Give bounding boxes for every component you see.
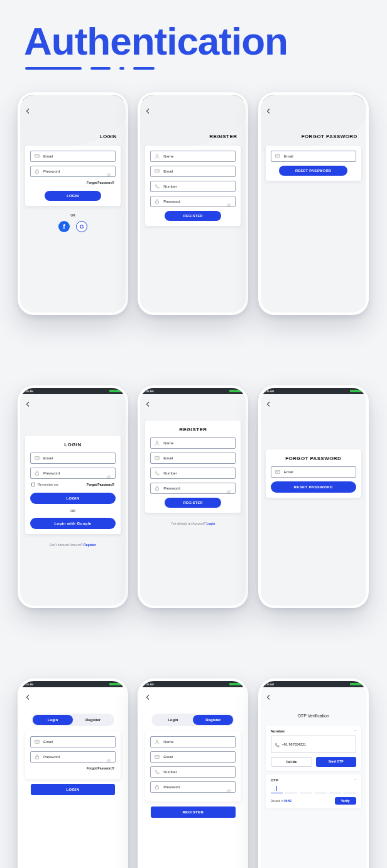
screen-forgot-1: 2:26 AM FORGOT PASSWORD Email RESET PASS…: [258, 92, 369, 315]
or-divider: OR: [20, 208, 126, 220]
phone-number-field[interactable]: +91 987654321: [271, 736, 356, 753]
login-heading: LOGIN: [20, 117, 126, 143]
name-field[interactable]: Name: [150, 736, 236, 747]
lock-icon: [155, 199, 160, 204]
mail-icon: [35, 154, 40, 159]
password-field[interactable]: Password: [150, 781, 236, 793]
email-field[interactable]: Email: [30, 151, 116, 162]
screen-register-1: 2:26 AM REGISTER Name Email Number Passw…: [138, 92, 248, 315]
email-field[interactable]: Email: [271, 466, 356, 478]
email-field[interactable]: Email: [150, 751, 236, 763]
back-icon[interactable]: [145, 109, 150, 114]
screen-otp: 2:26 AM OTP Verification ⌃ Number +91 98…: [258, 678, 369, 868]
password-field[interactable]: Password: [150, 196, 236, 207]
eye-icon[interactable]: [226, 785, 231, 790]
auth-tabs: Login Register: [151, 714, 234, 726]
password-field[interactable]: Password: [30, 468, 116, 479]
status-bar: 2:26 AM: [140, 681, 246, 687]
title-underline: [0, 63, 387, 85]
chevron-up-icon[interactable]: ⌃: [354, 729, 357, 734]
status-bar: 2:26 AM: [261, 388, 366, 394]
lock-icon: [35, 754, 40, 759]
phone-icon: [155, 769, 160, 774]
email-field[interactable]: Email: [30, 736, 116, 747]
phone-grid: 2:26 AM LOGIN Email Password Forgot Pass…: [0, 85, 387, 340]
number-field[interactable]: Number: [150, 766, 236, 778]
lock-icon: [155, 486, 160, 491]
login-button[interactable]: LOGIN: [30, 493, 116, 504]
forgot-password-link[interactable]: Forgot Password?: [30, 181, 116, 188]
name-field[interactable]: Name: [150, 151, 236, 162]
forgot-password-link[interactable]: Forgot Password?: [30, 766, 116, 774]
screen-login-2: 2:26 AM LOGIN Email Password Remember me…: [18, 385, 128, 608]
call-me-button[interactable]: Call Me: [271, 757, 312, 767]
back-icon[interactable]: [145, 695, 150, 700]
tab-login[interactable]: Login: [33, 715, 73, 725]
chevron-up-icon[interactable]: ⌃: [354, 778, 357, 783]
name-field[interactable]: Name: [150, 437, 236, 449]
login-link[interactable]: I've already an Account? Login: [140, 515, 246, 525]
back-icon[interactable]: [266, 109, 271, 114]
tab-register[interactable]: Register: [73, 715, 113, 725]
mail-icon: [155, 456, 160, 461]
back-icon[interactable]: [145, 402, 150, 407]
number-field[interactable]: Number: [150, 181, 236, 192]
register-link[interactable]: Don't have an Account? Register: [20, 537, 126, 547]
login-google-button[interactable]: Login with Google: [30, 518, 116, 529]
back-icon[interactable]: [266, 695, 271, 700]
forgot-password-link[interactable]: Forgot Password?: [87, 483, 114, 486]
login-heading: LOGIN: [30, 441, 116, 453]
login-button[interactable]: LOGIN: [45, 191, 101, 201]
verify-button[interactable]: Verify: [335, 797, 356, 805]
forgot-heading: FORGOT PASSWORD: [261, 117, 366, 143]
screen-forgot-2: 2:26 AM FORGOT PASSWORD Email RESET PASS…: [258, 385, 369, 608]
email-field[interactable]: Email: [150, 453, 236, 464]
lock-icon: [35, 471, 40, 476]
google-button[interactable]: G: [76, 221, 87, 232]
phone-icon: [155, 184, 160, 189]
screen-login-1: 2:26 AM LOGIN Email Password Forgot Pass…: [18, 92, 128, 315]
number-field[interactable]: Number: [150, 468, 236, 479]
otp-input[interactable]: [271, 785, 356, 797]
screen-register-2: 2:26 AM REGISTER Name Email Number Passw…: [138, 385, 248, 608]
register-heading: REGISTER: [140, 117, 246, 143]
register-button[interactable]: REGISTER: [165, 498, 221, 508]
eye-icon[interactable]: [226, 486, 231, 491]
number-label: Number: [271, 729, 356, 736]
otp-title: OTP Verification: [261, 704, 366, 722]
screen-tab-register: 2:26 AM Login Register Name Email Number…: [138, 678, 248, 868]
number-section: ⌃ Number +91 987654321 Call Me Send OTP: [266, 726, 361, 771]
screen-tab-login: 2:26 AM Login Register Email Password Fo…: [18, 678, 128, 868]
tab-register[interactable]: Register: [193, 715, 233, 725]
eye-icon[interactable]: [106, 754, 111, 759]
email-field[interactable]: Email: [271, 151, 356, 162]
back-icon[interactable]: [266, 402, 271, 407]
eye-icon[interactable]: [106, 169, 111, 174]
send-otp-button[interactable]: Send OTP: [316, 757, 356, 767]
password-field[interactable]: Password: [150, 483, 236, 494]
tab-login[interactable]: Login: [153, 715, 193, 725]
status-bar: 2:26 AM: [20, 681, 126, 687]
back-icon[interactable]: [25, 402, 30, 407]
eye-icon[interactable]: [226, 199, 231, 204]
user-icon: [155, 154, 160, 159]
register-button[interactable]: REGISTER: [151, 806, 235, 818]
email-field[interactable]: Email: [30, 453, 116, 464]
status-bar: 2:26 AM: [261, 681, 366, 687]
phone-grid-3: 2:26 AM Login Register Email Password Fo…: [0, 671, 387, 868]
register-button[interactable]: REGISTER: [165, 211, 221, 221]
back-icon[interactable]: [25, 109, 30, 114]
eye-icon[interactable]: [106, 471, 111, 476]
remember-me-checkbox[interactable]: Remember me: [31, 483, 58, 486]
login-button[interactable]: LOGIN: [31, 784, 115, 795]
lock-icon: [35, 169, 40, 174]
reset-password-button[interactable]: RESET PASSWORD: [271, 481, 356, 493]
back-icon[interactable]: [25, 695, 30, 700]
password-field[interactable]: Password: [30, 751, 116, 763]
reset-password-button[interactable]: RESET PASSWORD: [279, 166, 347, 176]
facebook-button[interactable]: f: [58, 221, 70, 232]
mail-icon: [35, 456, 40, 461]
email-field[interactable]: Email: [150, 166, 236, 177]
password-field[interactable]: Password: [30, 166, 116, 177]
user-icon: [155, 441, 160, 446]
